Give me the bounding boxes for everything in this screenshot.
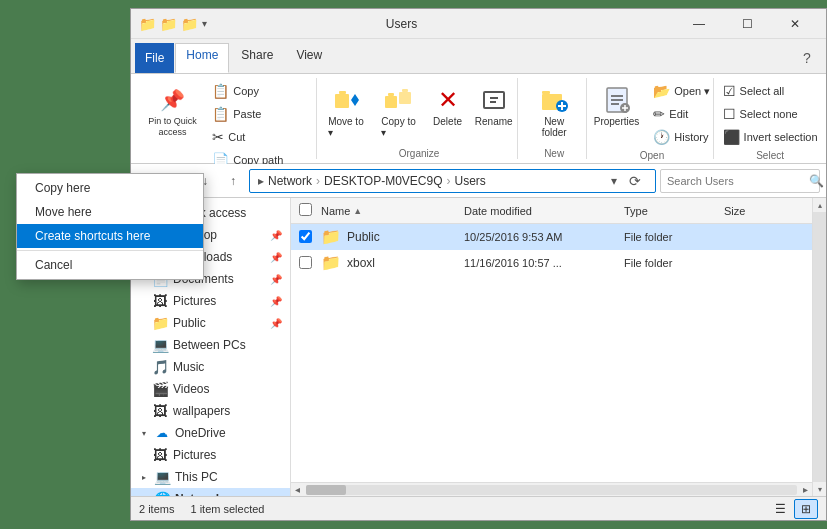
sidebar-item-between-pcs[interactable]: 💻 Between PCs — [131, 334, 290, 356]
address-path[interactable]: ▸ Network › DESKTOP-M0VEC9Q › Users ▾ ⟳ — [249, 169, 656, 193]
delete-button[interactable]: ✕ Delete — [428, 80, 468, 131]
close-button[interactable]: ✕ — [772, 9, 818, 39]
tab-share[interactable]: Share — [230, 43, 284, 73]
ribbon-tabs: File Home Share View ? — [131, 39, 826, 73]
checkbox-public[interactable] — [299, 230, 312, 243]
history-icon: 🕐 — [653, 129, 670, 145]
maximize-button[interactable]: ☐ — [724, 9, 770, 39]
h-scroll-track[interactable] — [306, 485, 797, 495]
sidebar-item-this-pc[interactable]: ▸ 💻 This PC — [131, 466, 290, 488]
svg-rect-6 — [399, 92, 411, 104]
wallpapers-icon: 🖼 — [151, 403, 169, 419]
up-button[interactable]: ↑ — [221, 169, 245, 193]
scroll-up-button[interactable]: ▴ — [813, 198, 827, 212]
pin-indicator2: 📌 — [270, 252, 282, 263]
header-date[interactable]: Date modified — [464, 198, 624, 224]
title-bar: 📁 📁 📁 ▾ Users — ☐ ✕ — [131, 9, 826, 39]
path-users[interactable]: Users — [455, 174, 486, 188]
copy-button[interactable]: 📋 Copy — [206, 80, 309, 102]
date-col-header[interactable]: Date modified — [464, 198, 624, 224]
ctx-copy-here[interactable]: Copy here — [17, 176, 203, 200]
file-date-0: 10/25/2016 9:53 AM — [464, 231, 624, 243]
list-view-button[interactable]: ☰ — [768, 499, 792, 519]
path-network[interactable]: Network — [268, 174, 312, 188]
file-list: Name ▲ Date modified Type — [291, 198, 812, 482]
tab-home[interactable]: Home — [175, 43, 229, 73]
file-name-1: 📁 xboxl — [321, 253, 464, 272]
size-col-header[interactable]: Size — [724, 198, 804, 224]
name-col-header[interactable]: Name ▲ — [321, 198, 464, 224]
file-type-1: File folder — [624, 257, 724, 269]
ribbon: File Home Share View ? 📌 Pi — [131, 39, 826, 164]
pin-to-quickaccess-button[interactable]: 📌 Pin to Quick access — [141, 80, 204, 142]
open-button[interactable]: 📂 Open ▾ — [647, 80, 716, 102]
type-col-header[interactable]: Type — [624, 198, 724, 224]
h-scroll-right[interactable]: ▸ — [799, 484, 812, 495]
address-bar: ← → ↓ ↑ ▸ Network › DESKTOP-M0VEC9Q › Us… — [131, 164, 826, 198]
minimize-button[interactable]: — — [676, 9, 722, 39]
folder-icon-public: 📁 — [321, 227, 341, 246]
scroll-track[interactable] — [813, 212, 827, 482]
organize-content: Move to ▾ Copy to ▾ — [322, 78, 516, 146]
checkbox-xbox[interactable] — [299, 256, 312, 269]
search-input[interactable] — [667, 175, 805, 187]
sidebar-item-pictures[interactable]: 🖼 Pictures 📌 — [131, 290, 290, 312]
file-list-header: Name ▲ Date modified Type — [291, 198, 812, 224]
header-size[interactable]: Size — [724, 198, 804, 224]
path-separator-0: ▸ — [258, 174, 264, 188]
sidebar-item-network[interactable]: ▾ 🌐 Network — [131, 488, 290, 496]
sidebar-item-onedrive[interactable]: ▾ ☁ OneDrive — [131, 422, 290, 444]
open-group: Properties 📂 Open ▾ ✏ Edit 🕐 — [591, 78, 714, 159]
rename-button[interactable]: Rename — [472, 80, 516, 131]
svg-marker-3 — [351, 100, 359, 106]
invert-selection-button[interactable]: ⬛ Invert selection — [717, 126, 824, 148]
select-none-icon: ☐ — [723, 106, 736, 122]
cut-button[interactable]: ✂ Cut — [206, 126, 309, 148]
h-scroll-left[interactable]: ◂ — [291, 484, 304, 495]
help-button[interactable]: ? — [792, 43, 822, 73]
ctx-cancel[interactable]: Cancel — [17, 253, 203, 277]
refresh-button[interactable]: ⟳ — [623, 169, 647, 193]
svg-rect-5 — [388, 93, 394, 96]
row-checkbox-1[interactable] — [299, 256, 321, 269]
select-none-button[interactable]: ☐ Select none — [717, 103, 824, 125]
header-name[interactable]: Name ▲ — [321, 198, 464, 224]
sidebar-item-wallpapers[interactable]: 🖼 wallpapers — [131, 400, 290, 422]
history-button[interactable]: 🕐 History — [647, 126, 716, 148]
sidebar-item-music[interactable]: 🎵 Music — [131, 356, 290, 378]
detail-view-button[interactable]: ⊞ — [794, 499, 818, 519]
select-all-icon: ☑ — [723, 83, 736, 99]
select-all-checkbox[interactable] — [299, 203, 312, 216]
properties-button[interactable]: Properties — [588, 80, 646, 131]
sidebar-item-public[interactable]: 📁 Public 📌 — [131, 312, 290, 334]
table-row[interactable]: 📁 xboxl 11/16/2016 10:57 ... File folder — [291, 250, 812, 276]
path-dropdown[interactable]: ▾ — [611, 174, 617, 188]
ctx-create-shortcuts-here[interactable]: Create shortcuts here — [17, 224, 203, 248]
h-scroll-thumb[interactable] — [306, 485, 346, 495]
delete-icon: ✕ — [432, 84, 464, 116]
move-to-button[interactable]: Move to ▾ — [322, 80, 371, 142]
horizontal-scrollbar[interactable]: ◂ ▸ — [291, 482, 812, 496]
od-pictures-icon: 🖼 — [151, 447, 169, 463]
copy-to-button[interactable]: Copy to ▾ — [375, 80, 423, 142]
tab-file[interactable]: File — [135, 43, 174, 73]
new-folder-button[interactable]: New folder — [528, 80, 579, 142]
row-checkbox-0[interactable] — [299, 230, 321, 243]
sidebar-item-onedrive-pictures[interactable]: 🖼 Pictures — [131, 444, 290, 466]
file-scroll[interactable]: 📁 Public 10/25/2016 9:53 AM File folder … — [291, 224, 812, 482]
scroll-down-button[interactable]: ▾ — [813, 482, 827, 496]
search-box[interactable]: 🔍 — [660, 169, 820, 193]
sidebar-item-videos[interactable]: 🎬 Videos — [131, 378, 290, 400]
paste-button[interactable]: 📋 Paste — [206, 103, 309, 125]
ctx-move-here[interactable]: Move here — [17, 200, 203, 224]
svg-rect-7 — [402, 89, 408, 92]
header-type[interactable]: Type — [624, 198, 724, 224]
edit-button[interactable]: ✏ Edit — [647, 103, 716, 125]
select-all-button[interactable]: ☑ Select all — [717, 80, 824, 102]
table-row[interactable]: 📁 Public 10/25/2016 9:53 AM File folder — [291, 224, 812, 250]
expand-icon-pc: ▸ — [139, 472, 149, 482]
path-desktop[interactable]: DESKTOP-M0VEC9Q — [324, 174, 442, 188]
vertical-scrollbar[interactable]: ▴ ▾ — [812, 198, 826, 496]
invert-icon: ⬛ — [723, 129, 740, 145]
tab-view[interactable]: View — [285, 43, 333, 73]
